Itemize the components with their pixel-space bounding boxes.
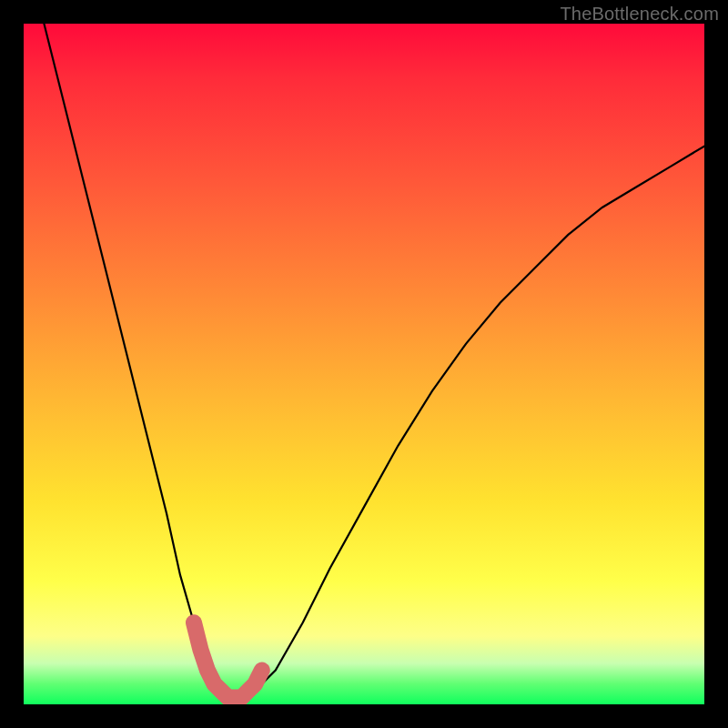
plot-area: [24, 24, 704, 704]
watermark-text: TheBottleneck.com: [560, 4, 719, 25]
